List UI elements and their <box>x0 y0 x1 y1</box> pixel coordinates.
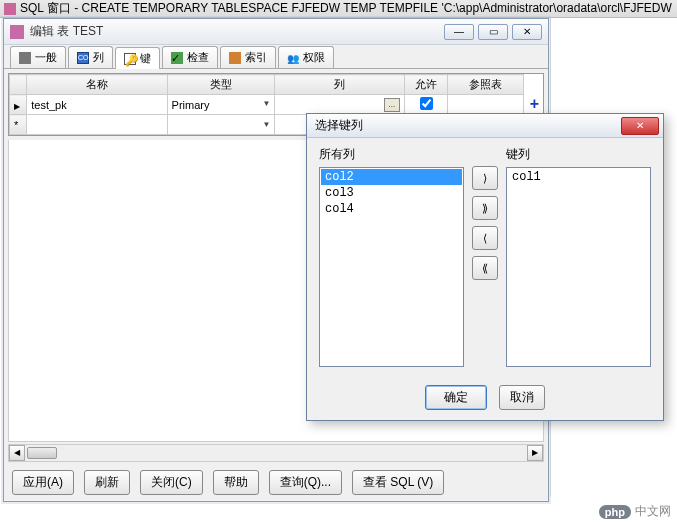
move-all-right-button[interactable]: ⟫ <box>472 196 498 220</box>
cell-name[interactable]: test_pk <box>27 95 167 115</box>
cell-allow[interactable] <box>404 95 447 115</box>
parent-window-title-bar: SQL 窗口 - CREATE TEMPORARY TABLESPACE FJF… <box>0 0 677 18</box>
type-dropdown-icon[interactable]: ▼ <box>263 99 271 108</box>
all-columns-label: 所有列 <box>319 146 464 163</box>
tab-columns[interactable]: COL 列 <box>68 46 113 68</box>
row-selector[interactable] <box>10 95 27 115</box>
general-icon <box>19 52 31 64</box>
move-all-left-button[interactable]: ⟪ <box>472 256 498 280</box>
horizontal-scrollbar[interactable]: ◀ ▶ <box>8 444 544 462</box>
move-buttons: ⟩ ⟫ ⟨ ⟪ <box>472 146 498 367</box>
header-cols[interactable]: 列 <box>275 75 404 95</box>
col-icon: COL <box>77 52 89 64</box>
tab-indexes[interactable]: 索引 <box>220 46 276 68</box>
window-title: 编辑 表 TEST <box>30 23 444 40</box>
priv-icon <box>287 52 299 64</box>
php-badge: php <box>599 505 631 519</box>
key-columns-panel: 键列 col1 <box>506 146 651 367</box>
scroll-thumb[interactable] <box>27 447 57 459</box>
scroll-left-button[interactable]: ◀ <box>9 445 25 461</box>
dialog-title: 选择键列 <box>315 117 621 134</box>
key-columns-label: 键列 <box>506 146 651 163</box>
all-columns-listbox[interactable]: col2 col3 col4 <box>319 167 464 367</box>
dialog-body: 所有列 col2 col3 col4 ⟩ ⟫ ⟨ ⟪ 键列 col1 <box>307 138 663 375</box>
cell-type[interactable]: ▼ <box>167 115 275 135</box>
watermark: php 中文网 <box>599 503 671 520</box>
title-bar: 编辑 表 TEST — ▭ ✕ <box>4 19 548 45</box>
list-item[interactable]: col3 <box>321 185 462 201</box>
tab-keys[interactable]: 🔑 键 <box>115 47 160 69</box>
close-button[interactable]: 关闭(C) <box>140 470 203 495</box>
minimize-button[interactable]: — <box>444 24 474 40</box>
tab-label: 键 <box>140 51 151 66</box>
tab-general[interactable]: 一般 <box>10 46 66 68</box>
header-row: 名称 类型 列 允许 参照表 <box>10 75 524 95</box>
cell-name[interactable] <box>27 115 167 135</box>
query-button[interactable]: 查询(Q)... <box>269 470 342 495</box>
cell-type[interactable]: Primary▼ <box>167 95 275 115</box>
tab-label: 权限 <box>303 50 325 65</box>
parent-window-title: SQL 窗口 - CREATE TEMPORARY TABLESPACE FJF… <box>20 0 672 17</box>
row-selector-header <box>10 75 27 95</box>
move-left-button[interactable]: ⟨ <box>472 226 498 250</box>
move-right-button[interactable]: ⟩ <box>472 166 498 190</box>
sql-window-icon <box>4 3 16 15</box>
cancel-button[interactable]: 取消 <box>499 385 545 410</box>
scroll-right-button[interactable]: ▶ <box>527 445 543 461</box>
list-item[interactable]: col4 <box>321 201 462 217</box>
tab-bar: 一般 COL 列 🔑 键 ✓ 检查 索引 权限 <box>4 45 548 69</box>
list-item[interactable]: col1 <box>508 169 649 185</box>
header-ref[interactable]: 参照表 <box>448 75 524 95</box>
row-selector-new[interactable] <box>10 115 27 135</box>
table-icon <box>10 25 24 39</box>
watermark-text: 中文网 <box>635 503 671 520</box>
header-allow[interactable]: 允许 <box>404 75 447 95</box>
cell-reftable[interactable] <box>448 95 524 115</box>
button-bar: 应用(A) 刷新 关闭(C) 帮助 查询(Q)... 查看 SQL (V) <box>4 464 548 501</box>
all-columns-panel: 所有列 col2 col3 col4 <box>319 146 464 367</box>
header-type[interactable]: 类型 <box>167 75 275 95</box>
select-key-columns-dialog: 选择键列 ✕ 所有列 col2 col3 col4 ⟩ ⟫ ⟨ ⟪ 键列 col… <box>306 113 664 421</box>
type-dropdown-icon[interactable]: ▼ <box>263 120 271 129</box>
tab-label: 检查 <box>187 50 209 65</box>
allow-checkbox[interactable] <box>420 97 433 110</box>
header-name[interactable]: 名称 <box>27 75 167 95</box>
add-row-button[interactable]: + <box>526 96 542 112</box>
ok-button[interactable]: 确定 <box>425 385 487 410</box>
tab-label: 一般 <box>35 50 57 65</box>
maximize-button[interactable]: ▭ <box>478 24 508 40</box>
help-button[interactable]: 帮助 <box>213 470 259 495</box>
index-icon <box>229 52 241 64</box>
tab-checks[interactable]: ✓ 检查 <box>162 46 218 68</box>
list-item[interactable]: col2 <box>321 169 462 185</box>
close-window-button[interactable]: ✕ <box>512 24 542 40</box>
tab-label: 索引 <box>245 50 267 65</box>
key-columns-listbox[interactable]: col1 <box>506 167 651 367</box>
key-icon: 🔑 <box>124 53 136 65</box>
window-controls: — ▭ ✕ <box>444 24 542 40</box>
dialog-close-button[interactable]: ✕ <box>621 117 659 135</box>
view-sql-button[interactable]: 查看 SQL (V) <box>352 470 444 495</box>
check-icon: ✓ <box>171 52 183 64</box>
dialog-footer: 确定 取消 <box>307 375 663 420</box>
apply-button[interactable]: 应用(A) <box>12 470 74 495</box>
refresh-button[interactable]: 刷新 <box>84 470 130 495</box>
cols-ellipsis-button[interactable]: ... <box>384 98 400 112</box>
tab-privileges[interactable]: 权限 <box>278 46 334 68</box>
tab-label: 列 <box>93 50 104 65</box>
dialog-title-bar[interactable]: 选择键列 ✕ <box>307 114 663 138</box>
cell-cols[interactable]: ... <box>275 95 404 115</box>
table-row[interactable]: test_pk Primary▼ ... <box>10 95 524 115</box>
